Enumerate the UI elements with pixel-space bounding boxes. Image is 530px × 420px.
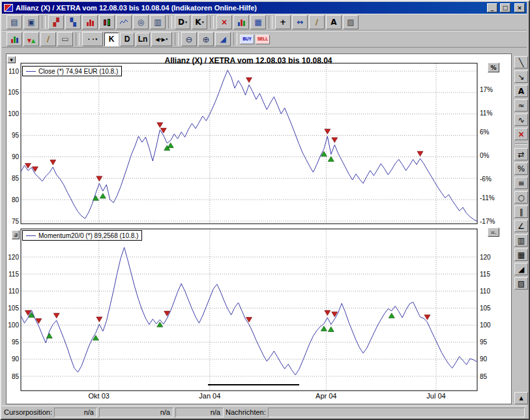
indicator-d-icon: D bbox=[178, 18, 184, 26]
toolbar-separator bbox=[515, 143, 527, 145]
y-axis-label-right: 105 bbox=[480, 305, 491, 312]
mini-chart-button[interactable] bbox=[233, 15, 249, 29]
crosshair-button[interactable]: + bbox=[275, 15, 291, 29]
series-line bbox=[21, 70, 477, 222]
scroll-mode-icon: ◂·▸ bbox=[156, 36, 166, 43]
y-axis-label: 100 bbox=[8, 322, 19, 329]
move-chart-icon: ↔ bbox=[297, 18, 303, 26]
text-icon: A bbox=[518, 87, 524, 95]
indicator-k-button[interactable]: K▾ bbox=[192, 15, 207, 29]
app-icon bbox=[4, 4, 13, 12]
percent-tool[interactable]: % bbox=[514, 162, 528, 175]
open-chart-button[interactable]: ▤ bbox=[7, 15, 22, 29]
circle-icon: ○ bbox=[518, 194, 524, 202]
collapse-pane-button[interactable]: ▼ bbox=[7, 56, 16, 63]
portfolio-button[interactable]: ▞ bbox=[48, 15, 64, 29]
minimize-button[interactable]: _ bbox=[487, 3, 497, 12]
zoom-reset-button[interactable]: ◢ bbox=[215, 32, 231, 46]
dropdown-arrow-icon: ▾ bbox=[166, 37, 168, 41]
move-chart-button[interactable]: ↔ bbox=[292, 15, 308, 29]
cursor-y-field: n/a bbox=[99, 408, 173, 417]
log-scale-toggle-button[interactable]: Ln bbox=[136, 33, 150, 46]
sell-signal-marker bbox=[36, 319, 42, 324]
titlebar: Allianz (X) / XETRA vom 12.08.03 bis 10.… bbox=[2, 2, 527, 14]
speed-lines-tool[interactable]: ◢ bbox=[514, 263, 528, 275]
delete-signals-button[interactable]: × bbox=[216, 15, 232, 29]
sell-signal-marker bbox=[325, 129, 331, 134]
watchlist-button[interactable]: ▚ bbox=[65, 15, 81, 29]
vertical-lines-tool[interactable]: ▥ bbox=[514, 234, 528, 247]
chart-overview-button[interactable] bbox=[7, 32, 22, 46]
percent-scale-button[interactable]: % bbox=[488, 63, 499, 72]
curve-tool[interactable]: ∿ bbox=[514, 113, 528, 126]
zoom-in-button[interactable]: ⊕ bbox=[198, 32, 214, 46]
indicator-k-icon: K bbox=[195, 18, 201, 26]
scroll-mode-button[interactable]: ◂·▸▾ bbox=[151, 32, 172, 46]
statusbar: Cursorposition: n/a n/a n/a Nachrichten: bbox=[2, 406, 527, 418]
scroll-up-icon: ▲ bbox=[519, 396, 523, 401]
price-chart[interactable]: 110105100959085807517%11%6%0%-6%-11%-17% bbox=[7, 55, 511, 226]
angle-tool[interactable]: ∠ bbox=[514, 220, 528, 232]
buy-signal-marker bbox=[328, 157, 334, 162]
pane-a-button[interactable]: a bbox=[12, 230, 20, 239]
zoom-out-button[interactable]: ⊖ bbox=[181, 32, 197, 46]
candle-toggle-icon: K bbox=[109, 35, 115, 43]
close-button[interactable]: × bbox=[514, 3, 525, 12]
measure-tool[interactable]: ⇄ bbox=[514, 148, 528, 160]
measure-icon: ⇄ bbox=[518, 151, 524, 158]
maximize-button[interactable]: □ bbox=[500, 3, 510, 12]
buy-signal-marker bbox=[46, 333, 52, 338]
draw-pen-icon: ∕ bbox=[47, 35, 50, 43]
grid-tool[interactable]: ▦ bbox=[514, 248, 528, 261]
percent-axis-label: 11% bbox=[480, 110, 492, 117]
channel-tool[interactable]: ▨ bbox=[514, 277, 528, 290]
sell-signal-marker bbox=[53, 313, 59, 318]
trend-arrow-tool[interactable]: ↘ bbox=[514, 70, 528, 83]
period-dots-button[interactable]: · ·▾ bbox=[82, 32, 103, 46]
sell-signal-button[interactable]: SELL bbox=[256, 35, 270, 44]
parallel-lines-tool[interactable]: ∥ bbox=[514, 205, 528, 218]
fibonacci-tool[interactable]: ≡ bbox=[514, 177, 528, 189]
window-title: Allianz (X) / XETRA vom 12.08.03 bis 10.… bbox=[16, 4, 484, 12]
draw-line-button[interactable]: ∕ bbox=[309, 15, 325, 29]
window-layout-button[interactable]: ▭ bbox=[57, 32, 73, 46]
buy-signal-button[interactable]: BUY bbox=[240, 35, 254, 44]
axis-scale-button[interactable]: =. bbox=[488, 228, 499, 237]
candle-toggle-button[interactable]: K bbox=[104, 33, 119, 46]
zigzag-tool[interactable]: ≈ bbox=[514, 99, 528, 112]
candle-chart-button[interactable] bbox=[99, 15, 115, 29]
circle-tool[interactable]: ○ bbox=[514, 191, 528, 203]
sell-signal-marker bbox=[32, 167, 38, 172]
toolbar-main: ▤▣▞▚◎▥D▾K▾×▦+↔∕A▨ bbox=[2, 14, 527, 31]
plot-border bbox=[21, 229, 477, 391]
toolbar-separator bbox=[233, 33, 237, 46]
text-tool[interactable]: A bbox=[514, 85, 528, 97]
drawing-toolbar: ╲↘A≈∿×⇄%≡○∥∠▥▦◢▨▲ bbox=[514, 53, 529, 404]
scroll-up-button[interactable]: ▲ bbox=[514, 392, 528, 404]
daily-toggle-button[interactable]: D bbox=[120, 33, 134, 46]
copy-chart-button[interactable]: ▣ bbox=[23, 15, 39, 29]
messages-field bbox=[268, 408, 525, 417]
percent-axis-label: -11% bbox=[480, 194, 495, 202]
line-chart-button[interactable] bbox=[116, 15, 132, 29]
text-note-button[interactable]: A bbox=[326, 15, 342, 29]
zoom-in-icon: ⊕ bbox=[203, 35, 210, 44]
delete-drawing-tool[interactable]: × bbox=[514, 128, 528, 140]
chart-search-button[interactable]: ◎ bbox=[133, 15, 149, 29]
indicator-d-button[interactable]: D▾ bbox=[175, 15, 190, 29]
save-layout-button[interactable]: ▥ bbox=[150, 15, 166, 29]
watchlist-icon: ▚ bbox=[70, 18, 76, 26]
cursor-position-label: Cursorposition: bbox=[4, 408, 52, 416]
momentum-chart[interactable]: Okt 03Jan 04Apr 04Jul 041201201151151101… bbox=[7, 226, 511, 404]
trendline-tool[interactable]: ╲ bbox=[514, 56, 528, 68]
speed-lines-icon: ◢ bbox=[518, 265, 524, 273]
data-table-button[interactable]: ▦ bbox=[250, 15, 266, 29]
dropdown-arrow-icon: ▾ bbox=[202, 20, 204, 24]
draw-pen-button[interactable]: ∕ bbox=[40, 32, 56, 46]
bar-chart-button[interactable] bbox=[82, 15, 98, 29]
cursor-value-field: n/a bbox=[175, 408, 224, 417]
toolbar-chart: ▼▲∕▭· ·▾KDLn◂·▸▾⊖⊕◢BUYSELL bbox=[2, 31, 527, 48]
table-layout-button[interactable]: ▨ bbox=[343, 15, 359, 29]
signal-markers-button[interactable]: ▼▲ bbox=[23, 32, 39, 46]
period-dots-icon: · · bbox=[88, 36, 95, 43]
